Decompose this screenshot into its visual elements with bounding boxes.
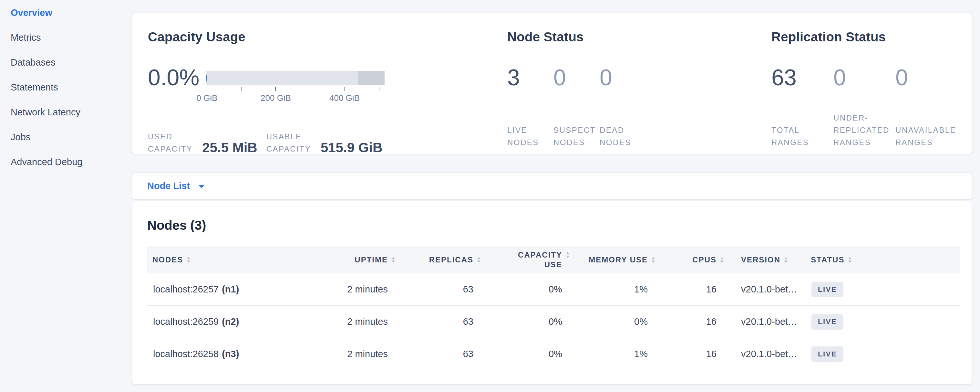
replication-status-labels: TOTALRANGES UNDER-REPLICATEDRANGES UNAVA… — [772, 112, 958, 149]
column-header-version[interactable]: VERSION — [729, 246, 804, 273]
capacity-bar — [206, 71, 385, 85]
capacity-usage-section: Capacity Usage 0.0% 0 GiB 200 GiB 400 Gi… — [148, 13, 506, 154]
cpus-cell: 16 — [661, 273, 729, 305]
uptime-cell: 2 minutes — [319, 306, 401, 338]
usable-capacity-value: 515.9 GiB — [321, 140, 382, 155]
dead-nodes-label: DEADNODES — [600, 124, 646, 149]
capacity-use-cell: 0% — [486, 306, 575, 338]
live-nodes-value: 3 — [507, 65, 554, 91]
nodes-table-card: Nodes (3) NODES UPTIME REPLICAS CAPACITY… — [132, 201, 972, 384]
sort-icon — [566, 252, 569, 258]
table-header-row: NODES UPTIME REPLICAS CAPACITY USE MEMOR… — [147, 246, 960, 273]
column-header-uptime[interactable]: UPTIME — [319, 246, 401, 273]
capacity-usage-title: Capacity Usage — [148, 29, 245, 45]
node-list-dropdown[interactable]: Node List — [147, 181, 190, 191]
uptime-cell: 2 minutes — [319, 338, 401, 370]
node-address-cell[interactable]: localhost:26258 (n3) — [147, 338, 319, 370]
suspect-nodes-value: 0 — [554, 65, 600, 91]
cpus-cell: 16 — [661, 338, 729, 370]
memory-use-cell: 1% — [575, 338, 661, 370]
used-capacity-label: USED CAPACITY — [148, 131, 192, 155]
node-id: (n3) — [222, 349, 239, 359]
sidebar-item-metrics[interactable]: Metrics — [0, 25, 132, 50]
capacity-use-cell: 0% — [486, 338, 575, 370]
column-header-status[interactable]: STATUS — [804, 246, 960, 273]
replication-status-title: Replication Status — [772, 29, 886, 45]
under-replicated-ranges-value: 0 — [834, 65, 896, 91]
sort-icon — [721, 257, 724, 263]
column-header-memory-use[interactable]: MEMORY USE — [575, 246, 661, 273]
unavailable-ranges-label: UNAVAILABLERANGES — [896, 124, 958, 149]
sidebar-item-overview[interactable]: Overview — [0, 0, 132, 25]
capacity-use-cell: 0% — [486, 273, 575, 305]
capacity-bar-other-segment — [358, 71, 385, 85]
table-row-node-2[interactable]: localhost:26259 (n2) 2 minutes 63 0% 0% … — [147, 306, 960, 338]
replication-status-section: Replication Status 63 0 0 TOTALRANGES UN… — [772, 13, 968, 154]
column-header-nodes[interactable]: NODES — [147, 246, 319, 273]
node-address-cell[interactable]: localhost:26259 (n2) — [147, 306, 319, 338]
sidebar-item-databases[interactable]: Databases — [0, 50, 132, 75]
nodes-table-title: Nodes (3) — [147, 217, 206, 233]
capacity-axis-ticks — [206, 87, 385, 93]
version-cell: v20.1.0-bet… — [729, 338, 804, 370]
node-id: (n1) — [222, 284, 239, 295]
node-status-values: 3 0 0 — [507, 65, 646, 91]
status-badge: LIVE — [811, 346, 843, 362]
status-badge: LIVE — [811, 314, 843, 330]
axis-label-200gib: 200 GiB — [261, 93, 291, 103]
replicas-cell: 63 — [401, 306, 486, 338]
column-header-cpus[interactable]: CPUS — [661, 246, 729, 273]
node-status-labels: LIVENODES SUSPECTNODES DEADNODES — [507, 112, 646, 149]
capacity-axis-labels: 0 GiB 200 GiB 400 GiB — [206, 93, 385, 103]
live-nodes-label: LIVENODES — [507, 124, 554, 149]
cluster-summary-card: Capacity Usage 0.0% 0 GiB 200 GiB 400 Gi… — [132, 13, 972, 154]
memory-use-cell: 1% — [575, 273, 661, 305]
nodes-table: NODES UPTIME REPLICAS CAPACITY USE MEMOR… — [147, 246, 960, 370]
status-cell: LIVE — [804, 273, 960, 305]
memory-use-cell: 0% — [575, 306, 661, 338]
node-address-cell[interactable]: localhost:26257 (n1) — [147, 273, 319, 305]
axis-label-400gib: 400 GiB — [329, 93, 360, 103]
table-body: localhost:26257 (n1) 2 minutes 63 0% 1% … — [147, 273, 960, 370]
usable-capacity-label: USABLE CAPACITY — [266, 131, 311, 155]
sidebar-item-advanced-debug[interactable]: Advanced Debug — [0, 150, 132, 175]
capacity-stats: USED CAPACITY 25.5 MiB USABLE CAPACITY 5… — [148, 111, 382, 155]
dead-nodes-value: 0 — [600, 65, 646, 91]
under-replicated-ranges-label: UNDER-REPLICATEDRANGES — [834, 112, 896, 149]
sidebar-item-network-latency[interactable]: Network Latency — [0, 100, 132, 125]
version-cell: v20.1.0-bet… — [729, 273, 804, 305]
usable-capacity-stat: USABLE CAPACITY 515.9 GiB — [266, 131, 383, 155]
table-row-node-3[interactable]: localhost:26258 (n3) 2 minutes 63 0% 1% … — [147, 338, 960, 370]
sidebar-item-statements[interactable]: Statements — [0, 75, 132, 100]
status-badge: LIVE — [811, 282, 843, 297]
replication-status-values: 63 0 0 — [772, 65, 958, 91]
column-header-capacity-use[interactable]: CAPACITY USE — [486, 246, 575, 273]
uptime-cell: 2 minutes — [319, 273, 401, 305]
capacity-percent-value: 0.0% — [148, 65, 200, 91]
sort-icon — [187, 257, 190, 263]
sort-icon — [652, 257, 655, 263]
node-status-section: Node Status 3 0 0 LIVENODES SUSPECTNODES… — [507, 13, 765, 154]
used-capacity-stat: USED CAPACITY 25.5 MiB — [148, 131, 257, 155]
unavailable-ranges-value: 0 — [896, 65, 958, 91]
status-cell: LIVE — [804, 306, 960, 338]
sidebar-item-jobs[interactable]: Jobs — [0, 125, 132, 150]
sort-icon — [392, 257, 395, 263]
capacity-bar-used-segment — [206, 75, 207, 81]
sidebar: Overview Metrics Databases Statements Ne… — [0, 0, 132, 392]
suspect-nodes-label: SUSPECTNODES — [554, 124, 600, 149]
total-ranges-label: TOTALRANGES — [772, 124, 834, 149]
capacity-bar-chart: 0 GiB 200 GiB 400 GiB — [206, 71, 385, 103]
used-capacity-value: 25.5 MiB — [202, 140, 257, 155]
status-cell: LIVE — [804, 338, 960, 370]
sort-icon — [477, 257, 480, 263]
axis-label-0gib: 0 GiB — [196, 93, 217, 103]
cpus-cell: 16 — [661, 306, 729, 338]
chevron-down-icon[interactable] — [199, 185, 204, 188]
node-status-title: Node Status — [507, 29, 584, 45]
table-row-node-1[interactable]: localhost:26257 (n1) 2 minutes 63 0% 1% … — [147, 273, 960, 306]
total-ranges-value: 63 — [772, 65, 834, 91]
version-cell: v20.1.0-bet… — [729, 306, 804, 338]
sort-icon — [784, 257, 788, 263]
column-header-replicas[interactable]: REPLICAS — [401, 246, 486, 273]
